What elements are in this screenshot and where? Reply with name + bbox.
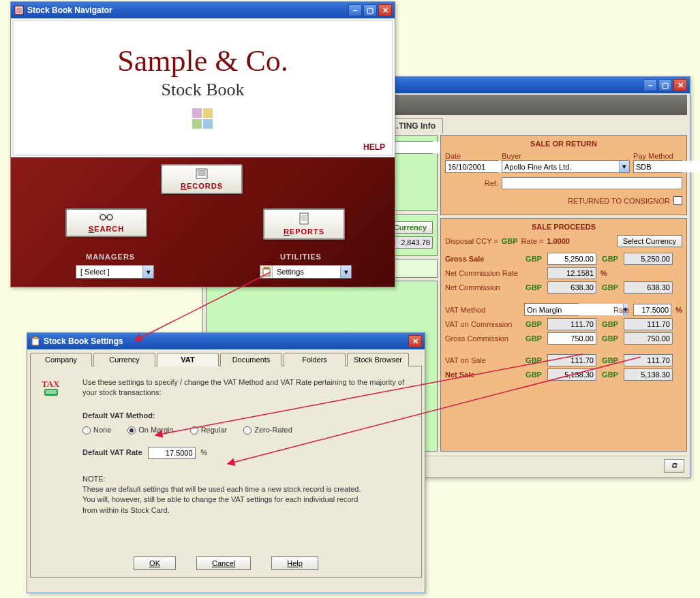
proceeds-row: Gross CommissionGBPGBP <box>445 332 682 345</box>
svg-rect-18 <box>32 338 39 345</box>
buyer-label: Buyer <box>502 152 521 160</box>
settings-titlebar: Stock Book Settings ✕ <box>27 333 425 349</box>
svg-rect-23 <box>46 392 57 394</box>
svg-rect-3 <box>192 119 202 129</box>
svg-rect-4 <box>203 119 213 129</box>
settings-title: Stock Book Settings <box>44 336 408 346</box>
vat-method-radios: NoneOn MarginRegularZero-Rated <box>82 425 408 435</box>
reports-label: REPORTS <box>284 227 324 236</box>
reports-button[interactable]: REPORTS <box>263 208 345 240</box>
proceeds-rate-value: 1.0000 <box>547 237 570 245</box>
proceeds-header: SALE PROCEEDS <box>445 223 682 231</box>
navigator-app-icon <box>14 5 25 16</box>
returned-checkbox[interactable] <box>673 196 682 205</box>
vat-method-radio-zero-rated[interactable]: Zero-Rated <box>243 425 292 435</box>
chevron-down-icon: ▾ <box>142 266 153 278</box>
maximize-button[interactable]: ▢ <box>363 4 377 16</box>
ref-input[interactable] <box>502 177 682 189</box>
returned-label: RETURNED TO CONSIGNOR <box>568 197 670 205</box>
vat-method-radio-regular[interactable]: Regular <box>190 425 228 435</box>
navigator-window: Stock Book Navigator – ▢ ✕ Sample & Co. … <box>10 1 395 287</box>
proceeds-rate-label: Rate = <box>521 237 544 245</box>
navigator-title: Stock Book Navigator <box>27 5 348 15</box>
proceeds-row: Net Commission Rate% <box>445 267 682 279</box>
vat-method-radio-on-margin[interactable]: On Margin <box>127 425 173 435</box>
minimize-button[interactable]: – <box>348 4 362 16</box>
close-button[interactable]: ✕ <box>408 335 422 347</box>
note-head: NOTE: <box>82 474 408 484</box>
vat-method-label: Default VAT Method: <box>82 411 408 421</box>
sor-header: SALE OR RETURN <box>445 140 682 148</box>
svg-rect-5 <box>196 169 207 178</box>
utilities-label: UTILITIES <box>280 253 322 261</box>
svg-point-9 <box>100 215 106 220</box>
sale-proceeds-panel: SALE PROCEEDS Disposal CCY = GBP Rate = … <box>440 218 687 452</box>
paymethod-label: Pay Method <box>633 152 673 160</box>
select-currency-button[interactable]: Select Currency <box>617 235 682 247</box>
chevron-down-icon: ▾ <box>340 266 351 278</box>
svg-rect-19 <box>33 336 37 339</box>
date-combo[interactable]: ▾ <box>445 160 498 173</box>
vat-rate-input[interactable] <box>148 447 196 459</box>
close-button[interactable]: ✕ <box>673 79 687 91</box>
svg-rect-1 <box>192 108 202 118</box>
disposal-ccy: GBP <box>502 237 518 245</box>
settings-tab-stock-browser[interactable]: Stock Browser <box>347 353 409 366</box>
company-name: Sample & Co. <box>117 44 288 78</box>
tax-icon: TAX <box>42 377 65 398</box>
ok-button[interactable]: OK <box>134 556 176 570</box>
settings-tab-folders[interactable]: Folders <box>284 353 346 366</box>
clipboard-icon <box>260 266 273 278</box>
search-label: SEARCH <box>89 225 124 233</box>
svg-rect-22 <box>46 390 57 392</box>
search-icon <box>76 213 136 223</box>
managers-selected: [ Select ] <box>76 268 142 276</box>
records-icon <box>172 168 232 180</box>
navigator-titlebar: Stock Book Navigator – ▢ ✕ <box>11 2 395 18</box>
proceeds-row: VAT on CommissionGBPGBP <box>445 318 682 330</box>
svg-rect-17 <box>264 267 269 269</box>
svg-point-10 <box>107 215 112 220</box>
svg-text:TAX: TAX <box>42 379 60 389</box>
vat-rate-suffix: % <box>201 447 208 458</box>
vat-rate-label: Default VAT Rate <box>82 447 142 458</box>
cancel-button[interactable]: Cancel <box>196 556 251 570</box>
settings-tabs: CompanyCurrencyVATDocumentsFoldersStock … <box>30 352 422 366</box>
proceeds-row: VAT on SaleGBPGBP <box>445 354 682 366</box>
paymethod-combo[interactable]: ▾ <box>633 160 682 173</box>
buyer-combo[interactable]: ▾ <box>502 160 630 173</box>
vat-rate-field[interactable] <box>633 304 671 316</box>
search-button[interactable]: SEARCH <box>65 208 147 237</box>
minimize-button[interactable]: – <box>643 79 657 91</box>
managers-label: MANAGERS <box>86 253 135 261</box>
help-link[interactable]: HELP <box>363 142 385 152</box>
maximize-button[interactable]: ▢ <box>658 79 672 91</box>
settings-tab-company[interactable]: Company <box>30 353 92 366</box>
managers-select[interactable]: [ Select ] ▾ <box>76 265 154 279</box>
reports-icon <box>274 213 334 226</box>
help-button[interactable]: Help <box>271 556 318 570</box>
vat-method-combo[interactable]: ▾ <box>524 303 579 316</box>
utilities-selected: Settings <box>273 268 340 276</box>
clipboard-icon <box>30 336 41 347</box>
settings-tab-currency[interactable]: Currency <box>93 353 155 366</box>
settings-window: Stock Book Settings ✕ CompanyCurrencyVAT… <box>27 332 425 593</box>
settings-intro: Use these settings to specify / change t… <box>82 378 404 396</box>
disposal-ccy-label: Disposal CCY = <box>445 237 498 245</box>
utilities-select[interactable]: Settings ▾ <box>260 265 352 279</box>
proceeds-row: Net CommissionGBPGBP <box>445 281 682 294</box>
svg-rect-12 <box>300 213 308 224</box>
settings-tab-vat[interactable]: VAT <box>157 353 219 366</box>
vat-method-radio-none[interactable]: None <box>82 425 111 435</box>
navigator-banner: Sample & Co. Stock Book HELP <box>12 20 393 156</box>
records-button[interactable]: RECORDS <box>161 164 243 194</box>
close-button[interactable]: ✕ <box>378 4 392 16</box>
note-body: These are default settings that will be … <box>82 484 369 516</box>
settings-tab-documents[interactable]: Documents <box>220 353 282 366</box>
proceeds-row: VAT Method▾Rate% <box>445 303 682 316</box>
settings-tab-content: TAX Use these settings to specify / chan… <box>30 366 422 578</box>
ref-label: Ref. <box>445 179 498 187</box>
nav-link-button[interactable]: ⧉ <box>664 459 684 473</box>
proceeds-row: Gross SaleGBPGBP <box>445 253 682 265</box>
date-label: Date <box>445 152 461 160</box>
